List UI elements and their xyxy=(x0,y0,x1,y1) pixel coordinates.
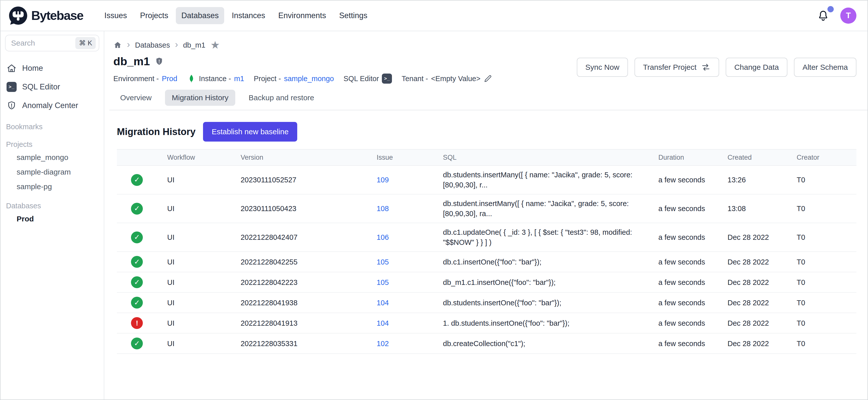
change-data-button[interactable]: Change Data xyxy=(726,58,787,77)
table-row[interactable]: UI 20221228042407 106 db.c1.updateOne( {… xyxy=(117,223,857,252)
col-issue: Issue xyxy=(367,149,433,165)
search-input[interactable] xyxy=(11,39,75,48)
sidebar-item-sql-editor[interactable]: >_ SQL Editor xyxy=(0,78,104,96)
duration-cell: a few seconds xyxy=(648,165,718,194)
main-content: › Databases › db_m1 ★ db_m1 Environme xyxy=(104,31,868,400)
created-cell: Dec 28 2022 xyxy=(717,313,787,333)
section-bookmarks: Bookmarks xyxy=(6,121,104,132)
version-cell: 20230111052527 xyxy=(230,165,367,194)
table-row[interactable]: UI 20221228035331 102 db.createCollectio… xyxy=(117,333,857,353)
created-cell: Dec 28 2022 xyxy=(717,293,787,313)
migration-history-table: Workflow Version Issue SQL Duration Crea… xyxy=(117,149,857,354)
issue-link[interactable]: 104 xyxy=(377,319,389,327)
duration-cell: a few seconds xyxy=(648,272,718,293)
col-version: Version xyxy=(230,149,367,165)
sidebar-project-sample-pg[interactable]: sample-pg xyxy=(0,179,104,194)
table-row[interactable]: UI 20221228042255 105 db.c1.insertOne({"… xyxy=(117,252,857,272)
table-row[interactable]: UI 20230111050423 108 db.student.insertM… xyxy=(117,194,857,223)
alter-schema-button[interactable]: Alter Schema xyxy=(794,58,857,77)
breadcrumb-databases[interactable]: Databases xyxy=(135,41,170,50)
tab-overview[interactable]: Overview xyxy=(113,90,158,106)
project-link[interactable]: sample_mongo xyxy=(284,74,334,83)
sidebar-item-anomaly-center[interactable]: Anomaly Center xyxy=(0,96,104,115)
sql-cell: db.students.insertMany([ { name: "Jacika… xyxy=(433,165,648,194)
favorite-star-icon[interactable]: ★ xyxy=(210,40,220,50)
edit-pencil-icon[interactable] xyxy=(484,74,492,83)
workflow-cell: UI xyxy=(157,293,231,313)
created-cell: Dec 28 2022 xyxy=(717,333,787,353)
sidebar-database-prod[interactable]: Prod xyxy=(0,212,104,226)
terminal-icon: >_ xyxy=(6,82,17,92)
environment-link[interactable]: Prod xyxy=(162,74,177,83)
created-cell: Dec 28 2022 xyxy=(717,252,787,272)
table-row[interactable]: UI 20230111052527 109 db.students.insert… xyxy=(117,165,857,194)
issue-link[interactable]: 104 xyxy=(377,299,389,307)
brand-name: Bytebase xyxy=(31,8,83,23)
nav-databases[interactable]: Databases xyxy=(176,7,224,24)
sync-now-button[interactable]: Sync Now xyxy=(577,58,628,77)
sidebar-project-sample-mongo[interactable]: sample_mongo xyxy=(0,150,104,165)
page-title: db_m1 xyxy=(113,55,150,68)
workflow-cell: UI xyxy=(157,223,231,252)
col-sql: SQL xyxy=(433,149,648,165)
created-cell: Dec 28 2022 xyxy=(717,223,787,252)
issue-link[interactable]: 105 xyxy=(377,278,389,286)
database-tabs: Overview Migration History Backup and re… xyxy=(109,90,868,110)
home-breadcrumb-icon[interactable] xyxy=(113,41,122,50)
nav-projects[interactable]: Projects xyxy=(134,7,174,24)
sidebar-item-home[interactable]: Home xyxy=(0,59,104,78)
avatar[interactable]: T xyxy=(840,7,857,24)
meta-sql-editor[interactable]: SQL Editor >_ xyxy=(344,73,392,84)
tab-backup-and-restore[interactable]: Backup and restore xyxy=(242,90,321,106)
top-bar: Bytebase Issues Projects Databases Insta… xyxy=(0,0,868,31)
status-icon xyxy=(131,232,143,243)
sql-cell: db.c1.updateOne( { _id: 3 }, [ { $set: {… xyxy=(433,223,648,252)
table-row[interactable]: UI 20221228041913 104 1. db.students.ins… xyxy=(117,313,857,333)
establish-new-baseline-button[interactable]: Establish new baseline xyxy=(203,122,297,142)
creator-cell: T0 xyxy=(787,223,857,252)
issue-link[interactable]: 105 xyxy=(377,258,389,266)
section-projects: Projects xyxy=(6,139,104,150)
tenant-value: <Empty Value> xyxy=(431,74,480,83)
notification-bell-icon[interactable] xyxy=(817,9,829,22)
breadcrumb-db-m1[interactable]: db_m1 xyxy=(183,41,206,50)
nav-issues[interactable]: Issues xyxy=(99,7,132,24)
duration-cell: a few seconds xyxy=(648,333,718,353)
search-box[interactable]: ⌘ K xyxy=(5,35,99,51)
instance-link[interactable]: m1 xyxy=(234,74,244,83)
status-icon xyxy=(131,276,143,288)
transfer-project-button[interactable]: Transfer Project xyxy=(634,58,719,77)
issue-link[interactable]: 102 xyxy=(377,340,389,348)
col-status xyxy=(117,149,157,165)
creator-cell: T0 xyxy=(787,293,857,313)
creator-cell: T0 xyxy=(787,165,857,194)
sidebar-project-sample-diagram[interactable]: sample-diagram xyxy=(0,165,104,179)
status-icon xyxy=(131,317,143,329)
issue-link[interactable]: 109 xyxy=(377,176,389,184)
duration-cell: a few seconds xyxy=(648,313,718,333)
sql-cell: db.c1.insertOne({"foo": "bar"}); xyxy=(433,252,648,272)
bytebase-logo-icon xyxy=(8,5,28,26)
issue-link[interactable]: 108 xyxy=(377,205,389,213)
version-cell: 20221228042255 xyxy=(230,252,367,272)
bytebase-logo[interactable]: Bytebase xyxy=(8,5,83,26)
breadcrumb: › Databases › db_m1 ★ xyxy=(113,39,857,51)
section-databases: Databases xyxy=(6,200,104,212)
workflow-cell: UI xyxy=(157,165,231,194)
table-row[interactable]: UI 20221228042223 105 db_m1.c1.insertOne… xyxy=(117,272,857,293)
workflow-cell: UI xyxy=(157,194,231,223)
status-icon xyxy=(131,256,143,268)
nav-environments[interactable]: Environments xyxy=(273,7,332,24)
version-cell: 20221228035331 xyxy=(230,333,367,353)
tab-migration-history[interactable]: Migration History xyxy=(165,90,235,106)
nav-settings[interactable]: Settings xyxy=(334,7,373,24)
col-workflow: Workflow xyxy=(157,149,231,165)
sidebar-item-label: SQL Editor xyxy=(22,82,60,91)
migration-history-heading: Migration History xyxy=(117,126,195,137)
table-row[interactable]: UI 20221228041938 104 db.students.insert… xyxy=(117,293,857,313)
issue-link[interactable]: 106 xyxy=(377,233,389,241)
shield-alert-icon xyxy=(6,100,17,111)
nav-instances[interactable]: Instances xyxy=(226,7,271,24)
duration-cell: a few seconds xyxy=(648,194,718,223)
creator-cell: T0 xyxy=(787,333,857,353)
